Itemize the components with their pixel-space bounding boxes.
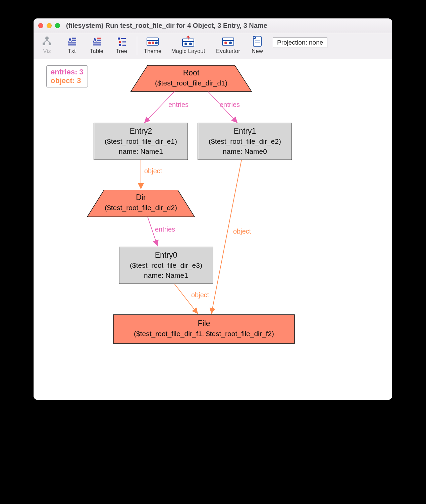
node-dir-title: Dir (136, 193, 146, 202)
svg-point-31 (224, 42, 227, 44)
table-button[interactable]: A Table (86, 35, 107, 55)
node-root-sub: ($test_root_file_dir_d1) (155, 79, 227, 87)
toolbar-group-actions: Theme Magic Layout (142, 35, 268, 55)
table-icon: A (92, 35, 102, 47)
node-file-title: File (198, 319, 210, 328)
close-icon[interactable] (38, 23, 43, 28)
node-entry0-sub: ($test_root_file_dir_e3) (130, 261, 202, 269)
svg-point-27 (189, 43, 192, 45)
txt-label: Txt (68, 48, 76, 55)
node-dir[interactable]: Dir ($test_root_file_dir_d2) (87, 190, 195, 217)
svg-text:A: A (93, 38, 97, 43)
node-dir-sub: ($test_root_file_dir_d2) (105, 204, 177, 212)
edge-entry0-file (174, 284, 198, 314)
node-entry2[interactable]: Entry2 ($test_root_file_dir_e1) name: Na… (94, 123, 188, 160)
viz-button[interactable]: Viz (36, 35, 58, 55)
node-entry1-title: Entry1 (234, 127, 256, 135)
theme-label: Theme (144, 48, 162, 55)
graph-canvas: entries: 3 object: 3 Root ($test_root_fi… (34, 59, 392, 400)
tree-label: Tree (116, 48, 127, 55)
node-root-title: Root (183, 68, 200, 77)
svg-point-22 (152, 42, 154, 44)
svg-point-21 (148, 42, 151, 44)
svg-rect-29 (222, 38, 234, 45)
tree-icon (116, 35, 126, 47)
projection-box[interactable]: Projection: none (273, 37, 327, 48)
window-title: (filesystem) Run test_root_file_dir for … (66, 22, 267, 29)
edge-root-entry1-label: entries (220, 101, 240, 108)
svg-point-0 (45, 37, 49, 40)
node-entry0-title: Entry0 (155, 251, 177, 259)
graph-svg: Root ($test_root_file_dir_d1) entries en… (34, 59, 392, 400)
theme-icon (146, 35, 159, 47)
projection-label: Projection: none (277, 39, 323, 46)
viz-label: Viz (43, 48, 51, 55)
node-root[interactable]: Root ($test_root_file_dir_d1) (131, 65, 252, 91)
new-icon (252, 35, 263, 47)
new-label: New (252, 48, 263, 55)
toolbar-separator (137, 37, 137, 55)
node-entry2-sub: ($test_root_file_dir_e1) (105, 137, 177, 145)
toolbar-group-views: Viz A Txt A (36, 35, 132, 55)
zoom-icon[interactable] (55, 23, 60, 28)
svg-rect-1 (43, 43, 45, 45)
txt-button[interactable]: A Txt (61, 35, 83, 55)
table-label: Table (90, 48, 104, 55)
svg-rect-2 (49, 43, 51, 45)
node-file[interactable]: File ($test_root_file_dir_f1, $test_root… (113, 315, 295, 343)
node-entry2-attr: name: Name1 (119, 147, 163, 155)
node-entry1[interactable]: Entry1 ($test_root_file_dir_e2) name: Na… (198, 123, 292, 160)
tree-button[interactable]: Tree (111, 35, 132, 55)
theme-button[interactable]: Theme (142, 35, 163, 55)
magic-layout-icon (182, 35, 195, 47)
edge-entry1-file-label: object (233, 228, 251, 235)
viz-icon (41, 35, 53, 47)
evaluator-icon (222, 35, 234, 47)
node-entry0[interactable]: Entry0 ($test_root_file_dir_e3) name: Na… (119, 247, 213, 284)
svg-rect-24 (182, 39, 194, 46)
svg-rect-15 (119, 41, 121, 43)
svg-rect-17 (119, 44, 121, 46)
edge-entry0-file-label: object (191, 291, 209, 299)
edge-entry1-file (211, 160, 242, 314)
node-entry1-attr: name: Name0 (223, 147, 267, 155)
node-entry2-title: Entry2 (130, 127, 152, 135)
magic-layout-label: Magic Layout (171, 48, 205, 55)
node-file-sub: ($test_root_file_dir_f1, $test_root_file… (134, 330, 274, 338)
svg-text:A: A (68, 38, 72, 43)
edge-dir-entry0-label: entries (155, 226, 175, 233)
magic-layout-button[interactable]: Magic Layout (167, 35, 210, 55)
node-entry0-attr: name: Name1 (144, 271, 188, 279)
svg-point-23 (155, 42, 158, 44)
svg-point-32 (229, 42, 232, 44)
svg-point-26 (184, 43, 187, 45)
edge-root-entry2-label: entries (168, 101, 189, 108)
txt-icon: A (67, 35, 77, 47)
minimize-icon[interactable] (47, 23, 52, 28)
window-controls (38, 23, 60, 28)
node-entry1-sub: ($test_root_file_dir_e2) (209, 137, 281, 145)
svg-rect-13 (118, 38, 120, 40)
evaluator-label: Evaluator (216, 48, 240, 55)
titlebar: (filesystem) Run test_root_file_dir for … (34, 18, 392, 33)
toolbar: Viz A Txt A (34, 33, 392, 59)
evaluator-button[interactable]: Evaluator (213, 35, 243, 55)
new-button[interactable]: New (247, 35, 268, 55)
edge-entry2-dir-label: object (144, 167, 162, 175)
app-window: (filesystem) Run test_root_file_dir for … (34, 18, 392, 400)
